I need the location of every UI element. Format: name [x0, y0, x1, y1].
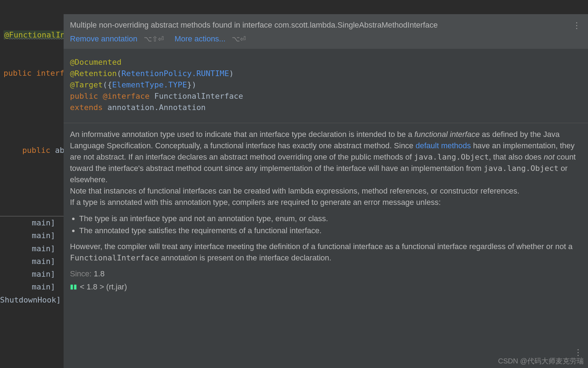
doc-code: java.lang.Object: [484, 164, 559, 173]
more-options-icon[interactable]: ⋮: [572, 19, 582, 32]
sig-keyword: public: [70, 92, 103, 100]
doc-em: not: [544, 153, 555, 161]
shortcut-hint: ⌥⏎: [232, 35, 246, 43]
sig-type: RetentionPolicy.RUNTIME: [122, 69, 229, 78]
sig-punct: }): [187, 80, 196, 89]
sig-annotation: @Target: [70, 80, 103, 89]
doc-paragraph: If a type is annotated with this annotat…: [70, 197, 581, 208]
javadoc-body: An informative annotation type used to i…: [64, 123, 588, 266]
sig-name: FunctionalInterface: [154, 92, 243, 100]
doc-text: annotation is present on the interface d…: [159, 253, 331, 262]
doc-text: However, the compiler will treat any int…: [70, 242, 572, 251]
doc-list-item: The annotated type satisfies the require…: [79, 225, 581, 236]
sig-type: ElementType.TYPE: [112, 80, 187, 89]
console-line: main]: [32, 244, 60, 253]
popup-signature: @Documented @Retention(RetentionPolicy.R…: [64, 49, 588, 116]
doc-text: An informative annotation type used to i…: [70, 130, 414, 139]
default-methods-link[interactable]: default methods: [416, 141, 471, 150]
doc-list-item: The type is an interface type and not an…: [79, 213, 581, 224]
doc-list: The type is an interface type and not an…: [70, 213, 581, 236]
doc-em: functional interface: [414, 130, 480, 139]
doc-text: , that also does: [489, 153, 543, 161]
documentation-popup: Multiple non-overriding abstract methods…: [64, 14, 588, 368]
more-actions-link[interactable]: More actions...: [175, 34, 225, 43]
shortcut-hint: ⌥⇧⏎: [144, 35, 164, 43]
keyword: public: [4, 69, 36, 77]
sig-annotation: @Documented: [70, 58, 122, 67]
watermark: CSDN @代码大师麦克劳瑞: [498, 356, 584, 366]
quickfix-actions: Remove annotation ⌥⇧⏎ More actions... ⌥⏎: [70, 33, 582, 45]
sig-keyword: @interface: [103, 92, 154, 100]
code-text: ab: [55, 146, 65, 155]
console-line: main]: [32, 270, 60, 278]
console-line: main]: [32, 257, 60, 266]
sig-punct: ({: [103, 80, 112, 89]
console-line: main]: [32, 218, 60, 227]
corner-more-icon[interactable]: ⋮: [574, 347, 583, 357]
keyword: public: [22, 146, 55, 155]
since-label: Since:: [70, 269, 92, 278]
sig-annotation: @Retention: [70, 69, 117, 78]
sig-punct: ): [229, 69, 234, 78]
library-icon: ▮▮: [70, 282, 77, 292]
keyword: interf: [36, 69, 64, 77]
doc-code: FunctionalInterface: [70, 253, 159, 262]
since-value: 1.8: [94, 269, 105, 278]
doc-footer: Since: 1.8 ▮▮ < 1.8 > (rt.jar): [64, 266, 588, 298]
sig-punct: (: [117, 69, 121, 78]
doc-code: java.lang.Object: [414, 153, 489, 161]
popup-header: Multiple non-overriding abstract methods…: [64, 14, 588, 49]
console-line: main]: [32, 282, 60, 291]
remove-annotation-link[interactable]: Remove annotation: [70, 34, 137, 43]
sig-super: annotation.Annotation: [107, 103, 206, 112]
doc-paragraph: Note that instances of functional interf…: [70, 185, 581, 197]
source-jar: < 1.8 > (rt.jar): [80, 281, 127, 293]
inspection-message: Multiple non-overriding abstract methods…: [70, 19, 582, 31]
sig-keyword: extends: [70, 103, 107, 112]
console-line: main]: [32, 231, 60, 240]
